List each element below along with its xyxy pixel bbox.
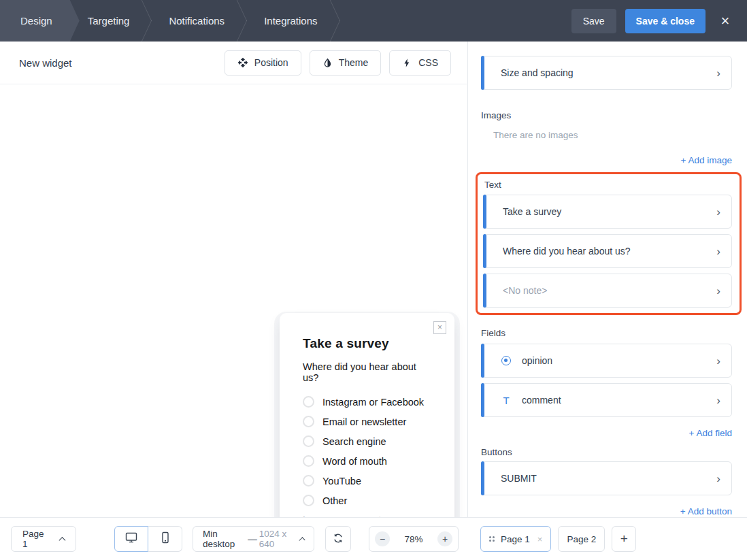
page-tab-label: Page 1	[501, 534, 530, 544]
chevron-right-icon: ›	[716, 246, 720, 257]
theme-label: Theme	[339, 57, 369, 68]
mobile-toggle[interactable]	[148, 526, 182, 552]
widget-close-icon[interactable]: ×	[433, 321, 446, 334]
option-row[interactable]: Instagram or Facebook	[303, 396, 431, 408]
accent-bar	[483, 274, 486, 308]
nav-actions: Save Save & close ×	[571, 0, 747, 42]
add-button-link[interactable]: + Add button	[481, 506, 732, 516]
accent-bar	[483, 234, 486, 268]
radio-icon[interactable]	[303, 495, 314, 506]
save-and-close-button[interactable]: Save & close	[625, 9, 706, 33]
accent-bar	[481, 383, 484, 417]
tab-label: Notifications	[169, 15, 225, 27]
field-item-opinion[interactable]: opinion ›	[481, 344, 732, 378]
widget-question[interactable]: Where did you hear about us?	[303, 361, 431, 383]
option-row[interactable]: Search engine	[303, 435, 431, 447]
radio-icon[interactable]	[303, 416, 314, 427]
accent-bar	[481, 461, 484, 495]
tab-integrations[interactable]: Integrations	[246, 0, 339, 42]
header-buttons: Position Theme CSS	[225, 50, 451, 76]
position-button[interactable]: Position	[225, 50, 301, 76]
chevron-right-icon: ›	[716, 355, 720, 367]
screen-size-value: 1024 x 640	[259, 529, 300, 549]
option-row[interactable]: Other	[303, 495, 431, 506]
tab-label: Design	[20, 15, 52, 27]
page-tabs: Page 1 × Page 2 +	[480, 526, 636, 552]
option-row[interactable]: Word of mouth	[303, 455, 431, 467]
radio-icon[interactable]	[303, 455, 314, 467]
screen-size-selector[interactable]: Min desktop — 1024 x 640	[193, 526, 314, 552]
button-item-submit[interactable]: SUBMIT ›	[481, 461, 732, 495]
save-button[interactable]: Save	[571, 9, 616, 33]
bottom-toolbar: Page 1 Min desktop — 1024 x 640	[0, 517, 747, 560]
tab-design[interactable]: Design	[0, 0, 80, 42]
size-and-spacing-item[interactable]: Size and spacing ›	[481, 56, 732, 90]
top-navbar: Design Targeting Notifications Integrati…	[0, 0, 747, 42]
tab-targeting[interactable]: Targeting	[70, 0, 152, 42]
device-toggle	[114, 526, 182, 552]
page-tab-1[interactable]: Page 1 ×	[480, 526, 551, 552]
add-page-button[interactable]: +	[612, 526, 636, 552]
page-tab-close-icon[interactable]: ×	[537, 534, 543, 544]
zoom-in-button[interactable]: +	[437, 531, 452, 546]
screen-size-separator: —	[248, 534, 257, 544]
option-row[interactable]: Email or newsletter	[303, 416, 431, 427]
radio-icon[interactable]	[303, 396, 314, 408]
desktop-toggle[interactable]	[114, 526, 148, 552]
add-field-link[interactable]: + Add field	[481, 428, 732, 438]
close-icon[interactable]: ×	[714, 0, 736, 42]
widget-editor-window: Design Targeting Notifications Integrati…	[0, 0, 747, 560]
chevron-right-icon: ›	[716, 67, 720, 79]
images-empty-text: There are no images	[481, 130, 732, 140]
css-label: CSS	[418, 57, 438, 68]
caret-up-icon	[59, 537, 66, 544]
zoom-out-button[interactable]: −	[375, 531, 390, 546]
desktop-icon	[124, 531, 138, 547]
text-item[interactable]: Where did you hear about us? ›	[483, 234, 732, 268]
rotate-button[interactable]	[325, 526, 351, 552]
position-label: Position	[254, 57, 288, 68]
fields-heading: Fields	[481, 328, 732, 338]
radio-icon[interactable]	[303, 435, 314, 447]
accent-bar	[483, 195, 486, 229]
chevron-right-icon: ›	[716, 285, 720, 297]
text-items: Take a survey › Where did you hear about…	[483, 195, 732, 308]
field-item-comment[interactable]: T comment ›	[481, 383, 732, 417]
editor-header: New widget Position Theme CSS	[0, 42, 467, 84]
widget-title: New widget	[19, 57, 72, 69]
radio-icon[interactable]	[303, 475, 314, 487]
page-tab-label: Page 2	[567, 534, 596, 544]
page-tab-2[interactable]: Page 2	[558, 526, 605, 552]
field-items: opinion › T comment ›	[481, 344, 732, 417]
text-field-icon: T	[501, 395, 512, 406]
rotate-icon	[332, 532, 344, 546]
css-button[interactable]: CSS	[389, 50, 451, 76]
lightning-icon	[402, 58, 412, 68]
accent-bar	[481, 344, 484, 378]
option-row[interactable]: YouTube	[303, 475, 431, 487]
preview-canvas: × Take a survey Where did you hear about…	[0, 85, 467, 517]
add-image-link[interactable]: + Add image	[481, 155, 732, 165]
images-heading: Images	[481, 110, 732, 120]
zoom-control: − 78% +	[369, 526, 459, 552]
text-heading: Text	[484, 180, 732, 190]
theme-button[interactable]: Theme	[310, 50, 382, 76]
nav-tabs: Design Targeting Notifications Integrati…	[0, 0, 339, 42]
page-selector[interactable]: Page 1	[11, 526, 76, 552]
screen-size-label: Min desktop	[203, 529, 247, 549]
contrast-drop-icon	[322, 58, 333, 68]
mobile-icon	[159, 531, 172, 547]
tab-notifications[interactable]: Notifications	[151, 0, 246, 42]
zoom-level: 78%	[404, 534, 422, 544]
radio-field-icon	[501, 356, 512, 365]
text-section-highlight: Text Take a survey › Where did you hear …	[476, 172, 742, 315]
chevron-right-icon: ›	[716, 206, 720, 218]
widget-heading[interactable]: Take a survey	[303, 336, 431, 351]
text-item-note[interactable]: <No note> ›	[483, 274, 732, 308]
text-item[interactable]: Take a survey ›	[483, 195, 732, 229]
move-icon	[237, 57, 248, 68]
chevron-right-icon: ›	[716, 473, 720, 484]
page-selector-label: Page 1	[22, 529, 50, 549]
settings-panel: Size and spacing › Images There are no i…	[467, 42, 747, 517]
drag-handle-icon[interactable]	[489, 536, 495, 542]
